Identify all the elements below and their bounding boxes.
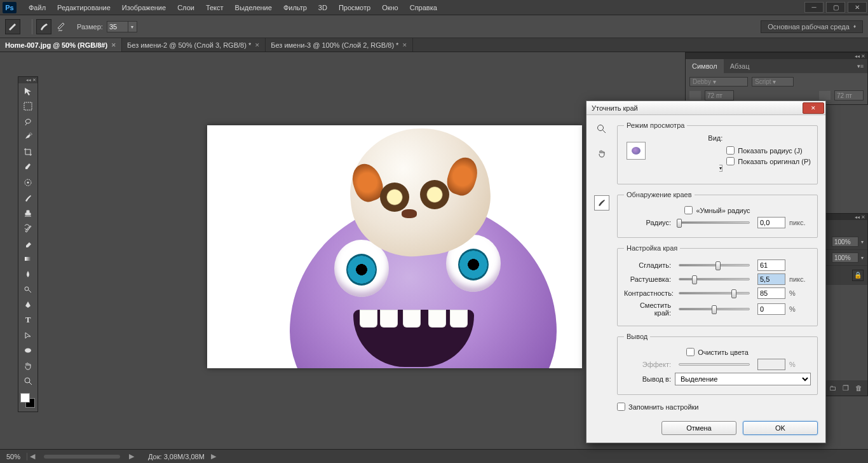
spot-heal-tool[interactable]	[18, 175, 37, 190]
menu-image[interactable]: Изображение	[116, 0, 172, 15]
blur-tool[interactable]	[18, 266, 37, 282]
adjust-edge-legend: Настройка края	[624, 244, 680, 252]
panel-menu-icon[interactable]: ▾≡	[853, 63, 867, 69]
shift-edge-input[interactable]	[757, 303, 785, 315]
document-tab[interactable]: Без имени-3 @ 100% (Слой 2, RGB/8) * ✕	[266, 38, 413, 52]
smart-radius-checkbox[interactable]: «Умный» радиус	[684, 206, 750, 214]
refine-brush-icon[interactable]	[594, 195, 609, 211]
history-brush-tool[interactable]	[18, 221, 37, 236]
fill-input[interactable]	[832, 252, 858, 263]
window-minimize-button[interactable]	[804, 2, 824, 13]
path-select-tool[interactable]	[18, 328, 37, 343]
menu-select[interactable]: Выделение	[229, 0, 278, 15]
shape-tool[interactable]	[18, 343, 37, 358]
ok-button[interactable]: OK	[743, 421, 818, 435]
color-swatches[interactable]	[18, 392, 37, 411]
stamp-tool[interactable]	[18, 205, 37, 221]
cancel-button[interactable]: Отмена	[661, 421, 736, 435]
toolbox-collapse[interactable]: ◂◂ ✕	[18, 77, 37, 83]
tool-preset-button[interactable]	[5, 19, 20, 34]
eyedropper-tool[interactable]	[18, 160, 37, 175]
radius-unit: пикс.	[789, 219, 811, 226]
feather-unit: пикс.	[789, 275, 811, 283]
panel-collapse-button[interactable]: ◂◂ ✕	[686, 53, 867, 59]
shift-edge-slider[interactable]	[679, 308, 750, 310]
close-icon[interactable]: ✕	[255, 42, 260, 48]
eraser-tool[interactable]	[18, 236, 37, 251]
radius-slider[interactable]	[679, 221, 750, 224]
contrast-input[interactable]	[757, 287, 785, 299]
feather-slider[interactable]	[679, 278, 750, 280]
brush-tool[interactable]	[18, 190, 37, 205]
view-mode-dropdown[interactable]: ▾	[719, 165, 722, 172]
radius-input[interactable]	[757, 217, 785, 228]
menu-view[interactable]: Просмотр	[333, 0, 376, 15]
gradient-tool[interactable]	[18, 251, 37, 266]
menu-type[interactable]: Текст	[200, 0, 229, 15]
foreground-color[interactable]	[20, 393, 30, 403]
prev-icon[interactable]: ◀	[27, 452, 37, 460]
pen-tool[interactable]	[18, 297, 37, 312]
lasso-tool[interactable]	[18, 114, 37, 129]
quick-select-tool[interactable]	[18, 129, 37, 144]
contrast-slider[interactable]	[679, 292, 750, 294]
menu-window[interactable]: Окно	[376, 0, 404, 15]
tab-paragraph[interactable]: Абзац	[724, 59, 756, 73]
dialog-titlebar[interactable]: Уточнить край ✕	[587, 101, 825, 115]
brush-size-input[interactable]	[107, 21, 128, 32]
menu-help[interactable]: Справка	[404, 0, 443, 15]
remember-settings-checkbox[interactable]: Запомнить настройки	[617, 403, 818, 411]
close-icon[interactable]: ✕	[111, 42, 116, 48]
zoom-icon[interactable]	[594, 121, 609, 137]
workspace-switcher[interactable]: Основная рабочая среда	[761, 20, 863, 33]
info-menu-icon[interactable]: ▶	[208, 452, 219, 460]
smooth-slider[interactable]	[679, 264, 750, 266]
type-tool[interactable]: T	[18, 312, 37, 328]
effect-input	[757, 359, 785, 370]
document-canvas[interactable]	[207, 125, 582, 368]
menu-3d[interactable]: 3D	[313, 0, 333, 15]
new-group-icon[interactable]: 🗀	[829, 384, 836, 392]
show-original-checkbox[interactable]: Показать оригинал (P)	[726, 157, 811, 165]
new-layer-icon[interactable]: ❐	[843, 384, 849, 392]
decontaminate-checkbox[interactable]: Очистить цвета	[686, 348, 749, 356]
delete-layer-icon[interactable]: 🗑	[855, 384, 862, 392]
zoom-level[interactable]: 50%	[0, 453, 27, 460]
hand-icon[interactable]	[594, 146, 609, 161]
font-size-input[interactable]	[705, 90, 734, 100]
menu-filter[interactable]: Фильтр	[278, 0, 313, 15]
brush-size-dropdown[interactable]: ▾	[128, 21, 137, 32]
window-maximize-button[interactable]	[826, 2, 845, 13]
dodge-tool[interactable]	[18, 282, 37, 297]
menu-layers[interactable]: Слои	[172, 0, 200, 15]
document-tab[interactable]: Без имени-2 @ 50% (Слой 3, RGB/8) * ✕	[122, 38, 266, 52]
lock-icon[interactable]: 🔒	[852, 270, 864, 281]
output-to-select[interactable]: Выделение	[675, 373, 811, 385]
smooth-input[interactable]	[757, 259, 785, 271]
menu-edit[interactable]: Редактирование	[51, 0, 116, 15]
view-mode-thumb[interactable]	[627, 142, 646, 160]
crop-tool[interactable]	[18, 144, 37, 160]
show-radius-checkbox[interactable]: Показать радиус (J)	[726, 146, 811, 155]
font-style-select[interactable]: Script	[752, 77, 794, 86]
document-tab[interactable]: Home-007.jpg @ 50% (RGB/8#) ✕	[0, 38, 122, 52]
leading-input[interactable]	[834, 90, 864, 100]
close-icon[interactable]: ✕	[402, 42, 407, 48]
zoom-tool[interactable]	[18, 373, 37, 389]
feather-input[interactable]	[757, 273, 785, 285]
tab-character[interactable]: Символ	[686, 59, 724, 73]
hand-tool[interactable]	[18, 358, 37, 373]
move-tool[interactable]	[18, 83, 37, 99]
brush-settings-icon[interactable]	[54, 19, 69, 34]
window-close-button[interactable]	[848, 2, 867, 13]
document-tab-title: Без имени-2 @ 50% (Слой 3, RGB/8) *	[127, 41, 251, 49]
font-family-select[interactable]: Debby	[689, 77, 748, 86]
menu-file[interactable]: Файл	[23, 0, 51, 15]
dialog-close-button[interactable]: ✕	[803, 102, 824, 114]
options-bar: Размер: ▾ Основная рабочая среда	[0, 15, 868, 38]
next-icon[interactable]: ▶	[126, 452, 137, 460]
brush-preset-button[interactable]	[36, 19, 51, 34]
zoom-slider[interactable]	[44, 455, 120, 459]
marquee-tool[interactable]	[18, 99, 37, 114]
opacity-input[interactable]	[832, 237, 858, 247]
